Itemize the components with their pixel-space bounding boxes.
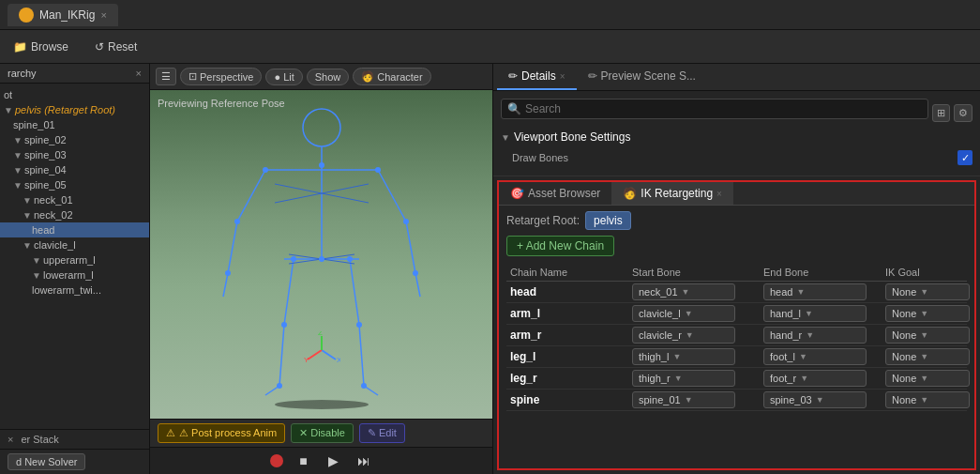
folder-icon: 📁: [13, 40, 27, 54]
sidebar-close-btn[interactable]: ×: [136, 68, 142, 79]
svg-text:Y: Y: [304, 356, 309, 364]
tree-item-spine01[interactable]: spine_01: [0, 117, 149, 132]
character-btn[interactable]: 🧑 Character: [353, 68, 430, 85]
skip-button[interactable]: ⏭: [354, 451, 373, 470]
draw-bones-checkbox[interactable]: ✓: [957, 150, 972, 165]
add-solver-button[interactable]: d New Solver: [8, 453, 85, 470]
end-bone-dropdown[interactable]: spine_03 ▼: [763, 391, 867, 408]
grid-view-btn[interactable]: ⊞: [932, 104, 950, 122]
ik-content: Retarget Root: pelvis + Add New Chain Ch…: [499, 206, 974, 468]
end-bone-dropdown[interactable]: hand_l ▼: [763, 305, 867, 322]
edit-button[interactable]: ✎ Edit: [359, 423, 405, 443]
tree-item-lowerarm-tw[interactable]: lowerarm_twi...: [0, 283, 149, 298]
tree-item-spine03[interactable]: ▼ spine_03: [0, 147, 149, 162]
viewport-bone-settings-header[interactable]: ▼ Viewport Bone Settings: [501, 127, 972, 147]
svg-line-4: [237, 170, 265, 222]
end-bone-dropdown[interactable]: hand_r ▼: [763, 327, 867, 344]
tree-item-spine05[interactable]: ▼ spine_05: [0, 177, 149, 192]
tab-preview[interactable]: ✏ Preview Scene S...: [577, 64, 707, 90]
ik-goal-dropdown[interactable]: None ▼: [885, 327, 970, 344]
chain-name-cell: leg_r: [510, 372, 632, 385]
start-bone-header: Start Bone: [632, 267, 763, 278]
start-bone-dropdown[interactable]: clavicle_r ▼: [632, 327, 735, 344]
svg-line-37: [308, 350, 322, 359]
main-tab[interactable]: Man_IKRig ×: [8, 4, 118, 26]
start-bone-dropdown[interactable]: neck_01 ▼: [632, 283, 735, 300]
expand-icon: ▼: [32, 270, 41, 281]
viewport-menu-btn[interactable]: ☰: [156, 68, 176, 85]
record-button[interactable]: [270, 454, 283, 467]
tree-item-clavicle-l[interactable]: ▼ clavicle_l: [0, 237, 149, 252]
ik-retargeting-icon: 🧑: [623, 187, 637, 200]
retarget-root-value[interactable]: pelvis: [585, 211, 631, 230]
tree-item-upperarm-l[interactable]: ▼ upperarm_l: [0, 252, 149, 268]
end-bone-dropdown[interactable]: foot_r ▼: [763, 370, 867, 387]
tab-asset-browser[interactable]: 🎯 Asset Browser: [499, 182, 611, 205]
stop-button[interactable]: ■: [294, 451, 313, 470]
browse-button[interactable]: 📁 Browse: [8, 37, 74, 57]
show-btn[interactable]: Show: [307, 69, 350, 85]
tree-label: upperarm_l: [43, 254, 96, 266]
chain-row: leg_r thigh_r ▼ foot_r ▼ None ▼ 🗑: [506, 368, 967, 390]
ik-goal-dropdown[interactable]: None ▼: [885, 348, 970, 365]
add-chain-button[interactable]: + Add New Chain: [506, 236, 614, 256]
settings-gear-btn[interactable]: ⚙: [954, 104, 972, 122]
chain-name-cell: arm_r: [510, 329, 632, 342]
ik-goal-dropdown[interactable]: None ▼: [885, 283, 970, 300]
dropdown-arrow-icon: ▼: [805, 309, 813, 318]
end-bone-dropdown[interactable]: foot_l ▼: [763, 348, 867, 365]
section-arrow-icon: ▼: [501, 132, 510, 143]
solver-stack: × er Stack: [0, 429, 149, 449]
tree-item-head[interactable]: head: [0, 222, 149, 237]
ik-tab-close-btn[interactable]: ×: [716, 189, 722, 199]
tree-item-neck01[interactable]: ▼ neck_01: [0, 192, 149, 207]
start-bone-dropdown[interactable]: thigh_r ▼: [632, 370, 735, 387]
start-bone-dropdown[interactable]: spine_01 ▼: [632, 391, 735, 408]
solver-close-btn[interactable]: ×: [8, 434, 13, 445]
dropdown-arrow-icon: ▼: [685, 309, 693, 318]
tab-ik-retargeting[interactable]: 🧑 IK Retargeting ×: [611, 182, 733, 205]
dropdown-arrow-icon: ▼: [682, 287, 690, 297]
title-bar: Man_IKRig ×: [0, 0, 980, 30]
ik-goal-dropdown[interactable]: None ▼: [885, 391, 970, 408]
play-button[interactable]: ▶: [324, 451, 343, 470]
lit-btn[interactable]: ● Lit: [265, 69, 302, 85]
end-bone-dropdown[interactable]: head ▼: [763, 283, 867, 300]
tree-item-spine04[interactable]: ▼ spine_04: [0, 162, 149, 177]
post-process-button[interactable]: ⚠ ⚠ Post process Anim: [158, 423, 285, 443]
tree-item-lowerarm-l[interactable]: ▼ lowerarm_l: [0, 268, 149, 283]
ik-goal-dropdown[interactable]: None ▼: [885, 305, 970, 322]
dropdown-arrow-icon: ▼: [920, 374, 928, 383]
tree-item-spine02[interactable]: ▼ spine_02: [0, 132, 149, 147]
details-icon: ✏: [508, 69, 518, 83]
draw-bones-label: Draw Bones: [512, 152, 957, 163]
tree-item-neck02[interactable]: ▼ neck_02: [0, 207, 149, 222]
chain-row: head neck_01 ▼ head ▼ None ▼ 🗑: [506, 282, 967, 303]
reset-button[interactable]: ↺ Reset: [89, 37, 143, 57]
chain-row: leg_l thigh_l ▼ foot_l ▼ None ▼ 🗑: [506, 346, 967, 368]
retarget-root-row: Retarget Root: pelvis: [506, 211, 967, 230]
lit-icon: ●: [274, 71, 280, 83]
tab-close-btn[interactable]: ×: [100, 9, 106, 21]
start-bone-dropdown[interactable]: clavicle_l ▼: [632, 305, 735, 322]
dropdown-arrow-icon: ▼: [685, 395, 693, 405]
details-tab-close[interactable]: ×: [560, 71, 565, 82]
tree-label: spine_05: [24, 179, 67, 191]
sidebar-tree[interactable]: ot ▼ pelvis (Retarget Root) spine_01 ▼ s…: [0, 84, 149, 429]
perspective-btn[interactable]: ⊡ Perspective: [180, 68, 262, 85]
tab-details[interactable]: ✏ Details ×: [497, 64, 577, 90]
svg-point-22: [263, 167, 268, 173]
viewport-toolbar: ☰ ⊡ Perspective ● Lit Show 🧑 Character: [150, 64, 492, 90]
tree-item-pelvis[interactable]: ▼ pelvis (Retarget Root): [0, 102, 149, 117]
search-input[interactable]: [525, 102, 922, 115]
chain-table: head neck_01 ▼ head ▼ None ▼ 🗑 arm_l cla…: [506, 282, 967, 411]
viewport[interactable]: Previewing Reference Pose: [150, 90, 492, 419]
start-bone-dropdown[interactable]: thigh_l ▼: [632, 348, 735, 365]
disable-button[interactable]: ✕ Disable: [291, 423, 354, 443]
dropdown-arrow-icon: ▼: [920, 287, 928, 297]
tree-item-ot[interactable]: ot: [0, 87, 149, 102]
ik-goal-dropdown[interactable]: None ▼: [885, 370, 970, 387]
chain-row: arm_r clavicle_r ▼ hand_r ▼ None ▼ 🗑: [506, 325, 967, 346]
search-box[interactable]: 🔍: [501, 99, 928, 119]
dropdown-arrow-icon: ▼: [920, 352, 928, 361]
